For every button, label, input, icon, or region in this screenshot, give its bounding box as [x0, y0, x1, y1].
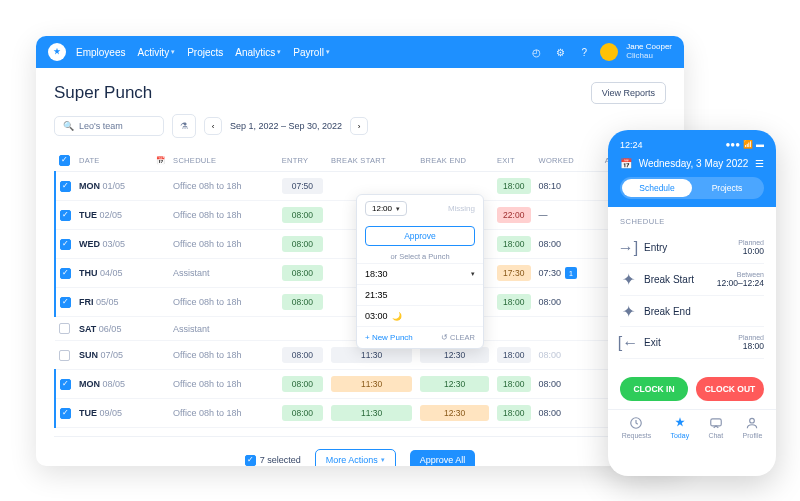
filter-button[interactable]: ⚗	[172, 114, 196, 138]
nav-links: Employees Activity▾ Projects Analytics▾ …	[76, 47, 528, 58]
nav-employees[interactable]: Employees	[76, 47, 125, 58]
time-cell[interactable]: 12:30	[420, 376, 489, 392]
time-cell[interactable]: 08:00	[282, 347, 323, 363]
schedule-item[interactable]: ✦ Break Start Between12:00–12:24	[620, 264, 764, 296]
nav-activity[interactable]: Activity▾	[137, 47, 175, 58]
search-input[interactable]: 🔍Leo's team	[54, 116, 164, 136]
chevron-down-icon: ▾	[326, 48, 330, 56]
break-icon: ✦	[620, 303, 636, 319]
nav-profile[interactable]: Profile	[742, 416, 762, 439]
nav-payroll[interactable]: Payroll▾	[293, 47, 330, 58]
new-punch-button[interactable]: + New Punch	[365, 333, 413, 342]
punch-option[interactable]: 18:30▾	[357, 263, 483, 284]
approve-all-button[interactable]: Approve All	[410, 450, 476, 466]
punch-option[interactable]: 21:35	[357, 284, 483, 305]
time-cell[interactable]: 18:00	[497, 376, 531, 392]
schedule-item[interactable]: [← Exit Planned18:00	[620, 327, 764, 359]
view-reports-button[interactable]: View Reports	[591, 82, 666, 104]
schedule-item[interactable]: ✦ Break End	[620, 296, 764, 327]
punch-option[interactable]: 03:00🌙	[357, 305, 483, 326]
time-cell[interactable]: 08:00	[282, 405, 323, 421]
entry-icon: →]	[620, 240, 636, 256]
svg-point-2	[750, 418, 755, 423]
user-info: Jane Cooper Clichau	[626, 43, 672, 61]
time-cell[interactable]: 11:30	[331, 376, 412, 392]
time-cell[interactable]: 18:00	[497, 236, 531, 252]
calendar-icon: 📅	[156, 156, 165, 165]
row-checkbox[interactable]	[60, 239, 71, 250]
or-select-label: or Select a Punch	[357, 250, 483, 263]
break-icon: ✦	[620, 272, 636, 288]
menu-icon[interactable]: ☰	[755, 158, 764, 169]
note-badge[interactable]: 1	[565, 267, 577, 279]
more-actions-button[interactable]: More Actions▾	[315, 449, 396, 466]
time-cell[interactable]: 12:30	[420, 405, 489, 421]
schedule-item[interactable]: →] Entry Planned10:00	[620, 232, 764, 264]
time-cell[interactable]: 17:30	[497, 265, 531, 281]
bulk-actions: 7 selected More Actions▾ Approve All	[54, 436, 666, 466]
row-checkbox[interactable]	[60, 181, 71, 192]
phone-tabs: Schedule Projects	[620, 177, 764, 199]
time-cell[interactable]: 08:00	[282, 265, 323, 281]
nav-analytics[interactable]: Analytics▾	[235, 47, 281, 58]
phone-time: 12:24	[620, 140, 643, 150]
nav-requests[interactable]: Requests	[622, 416, 652, 439]
phone-date: Wednesday, 3 May 2022	[639, 158, 749, 169]
nav-chat[interactable]: Chat	[708, 416, 723, 439]
avatar[interactable]	[600, 43, 618, 61]
punch-popover: 12:00▾ Missing Approve or Select a Punch…	[356, 194, 484, 349]
page-title: Super Punch	[54, 83, 152, 103]
time-cell[interactable]: 08:00	[282, 236, 323, 252]
phone-bottom-nav: Requests Today Chat Profile	[608, 409, 776, 445]
row-checkbox[interactable]	[60, 379, 71, 390]
row-checkbox[interactable]	[59, 350, 70, 361]
status-icons: ●●●📶▬	[726, 140, 765, 150]
row-checkbox[interactable]	[60, 408, 71, 419]
nav-today[interactable]: Today	[670, 416, 689, 439]
row-checkbox[interactable]	[60, 297, 71, 308]
search-icon: 🔍	[63, 121, 74, 131]
funnel-icon: ⚗	[180, 121, 188, 131]
time-cell[interactable]: 08:00	[282, 376, 323, 392]
nav-projects[interactable]: Projects	[187, 47, 223, 58]
date-prev[interactable]: ‹	[204, 117, 222, 135]
time-cell[interactable]: 11:30	[331, 347, 412, 363]
table-row: TUE 09/05 Office 08h to 18h 08:00 11:30 …	[55, 399, 666, 428]
help-icon[interactable]: ?	[576, 44, 592, 60]
approve-button[interactable]: Approve	[365, 226, 475, 246]
row-checkbox[interactable]	[60, 210, 71, 221]
row-checkbox[interactable]	[60, 268, 71, 279]
time-cell[interactable]: 08:00	[282, 207, 323, 223]
time-cell[interactable]: 07:50	[282, 178, 323, 194]
time-cell[interactable]: 18:00	[497, 405, 531, 421]
selected-indicator	[245, 455, 256, 466]
gear-icon[interactable]: ⚙	[552, 44, 568, 60]
calendar-icon[interactable]: 📅	[620, 158, 632, 169]
svg-rect-1	[711, 419, 722, 426]
top-nav: Employees Activity▾ Projects Analytics▾ …	[36, 36, 684, 68]
time-cell[interactable]: 11:30	[331, 405, 412, 421]
chevron-down-icon: ▾	[277, 48, 281, 56]
moon-icon: 🌙	[392, 312, 402, 321]
date-next[interactable]: ›	[350, 117, 368, 135]
time-cell[interactable]: 22:00	[497, 207, 531, 223]
row-checkbox[interactable]	[59, 323, 70, 334]
time-cell[interactable]: 18:00	[497, 178, 531, 194]
mobile-preview: 12:24 ●●●📶▬ 📅 Wednesday, 3 May 2022 ☰ Sc…	[608, 130, 776, 476]
time-cell[interactable]: 12:30	[420, 347, 489, 363]
timer-icon[interactable]: ◴	[528, 44, 544, 60]
app-logo[interactable]	[48, 43, 66, 61]
time-select[interactable]: 12:00▾	[365, 201, 407, 216]
clock-out-button[interactable]: CLOCK OUT	[696, 377, 764, 401]
clock-in-button[interactable]: CLOCK IN	[620, 377, 688, 401]
date-range[interactable]: Sep 1, 2022 – Sep 30, 2022	[230, 121, 342, 131]
select-all-checkbox[interactable]	[59, 155, 70, 166]
clear-button[interactable]: ↺ CLEAR	[441, 333, 475, 342]
tab-schedule[interactable]: Schedule	[622, 179, 692, 197]
exit-icon: [←	[620, 335, 636, 351]
time-cell[interactable]: 18:00	[497, 347, 531, 363]
time-cell[interactable]: 18:00	[497, 294, 531, 310]
time-cell[interactable]: 08:00	[282, 294, 323, 310]
desktop-window: Employees Activity▾ Projects Analytics▾ …	[36, 36, 684, 466]
tab-projects[interactable]: Projects	[692, 179, 762, 197]
